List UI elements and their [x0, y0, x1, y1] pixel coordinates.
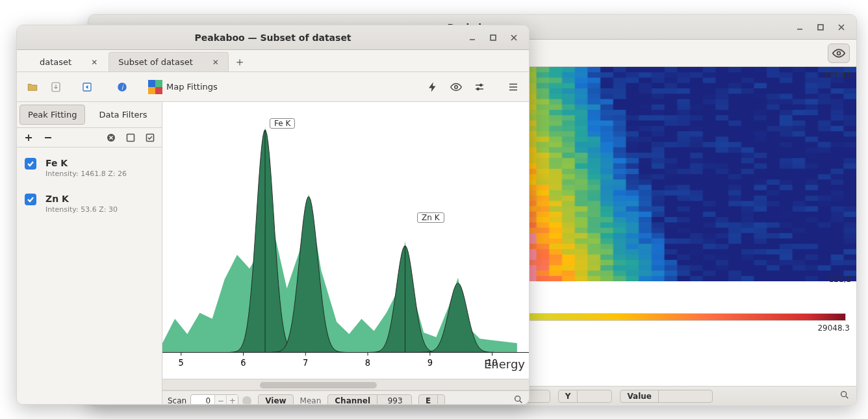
close-icon[interactable]: ✕ — [91, 58, 97, 67]
front-title: Peakaboo — Subset of dataset — [194, 32, 351, 43]
horizontal-scrollbar[interactable] — [162, 379, 529, 390]
element-meta: Intensity: 53.6 Z: 30 — [45, 205, 118, 214]
close-button[interactable] — [836, 21, 847, 33]
mean-label: Mean — [300, 396, 322, 405]
element-item-fe[interactable]: Fe K Intensity: 1461.8 Z: 26 — [23, 154, 155, 190]
element-meta: Intensity: 1461.8 Z: 26 — [45, 170, 127, 178]
export-button[interactable] — [78, 78, 96, 96]
scrollbar-thumb[interactable] — [260, 382, 377, 388]
main-toolbar: i Map Fittings — [17, 72, 529, 102]
minus-icon[interactable]: − — [214, 394, 226, 405]
svg-text:9: 9 — [428, 358, 433, 368]
energy-pill: E — [418, 394, 445, 405]
check-all-icon[interactable] — [145, 133, 155, 143]
svg-point-13 — [480, 84, 482, 86]
status-y: Y — [558, 390, 613, 403]
front-status-bar: Scan 0 − + View Mean Channel 993 — [162, 390, 529, 404]
channel-pill: Channel 993 — [327, 394, 412, 405]
peak-label-fe: Fe K — [270, 118, 295, 129]
open-file-button[interactable] — [23, 78, 42, 96]
map-bottom-corner: 121,1 — [829, 275, 851, 284]
checkbox-checked-icon[interactable] — [25, 194, 36, 205]
status-dot-icon — [242, 396, 251, 405]
svg-rect-8 — [148, 80, 155, 87]
scan-spinner[interactable]: 0 − + — [190, 394, 238, 405]
clear-icon[interactable] — [106, 133, 116, 143]
svg-rect-9 — [155, 80, 162, 87]
peak-label-zn: Zn K — [417, 212, 444, 223]
svg-rect-16 — [127, 134, 134, 141]
bolt-icon[interactable] — [424, 78, 442, 96]
svg-text:8: 8 — [365, 358, 370, 368]
svg-rect-10 — [148, 87, 155, 94]
checkbox-checked-icon[interactable] — [25, 158, 36, 170]
minimize-button[interactable] — [466, 32, 478, 44]
search-icon[interactable] — [839, 390, 850, 402]
view-mode-pill[interactable]: View — [258, 394, 293, 405]
tab-bar: dataset ✕ Subset of dataset ✕ ＋ — [17, 50, 529, 72]
map-top-corner: 121,41 — [824, 71, 851, 80]
x-axis-label: Energy — [484, 357, 525, 371]
svg-point-2 — [841, 392, 847, 397]
element-item-zn[interactable]: Zn K Intensity: 53.6 Z: 30 — [23, 190, 155, 225]
add-element-button[interactable] — [23, 133, 34, 143]
svg-point-1 — [837, 51, 841, 55]
front-titlebar[interactable]: Peakaboo — Subset of dataset — [17, 25, 529, 50]
element-list: Fe K Intensity: 1461.8 Z: 26 Zn K Intens… — [17, 147, 162, 232]
element-name: Zn K — [45, 194, 118, 204]
status-value: Value — [620, 390, 713, 403]
colorbar-max: 29048.3 — [817, 324, 850, 333]
tab-subset[interactable]: Subset of dataset ✕ — [108, 52, 229, 71]
svg-text:5: 5 — [179, 358, 184, 368]
svg-point-12 — [455, 85, 458, 88]
save-button[interactable] — [47, 78, 65, 96]
sliders-icon[interactable] — [470, 78, 489, 96]
eye-icon[interactable] — [447, 78, 465, 96]
element-name: Fe K — [45, 158, 127, 168]
spectrum-plot[interactable]: 5678910 Fe K Zn K Energy — [162, 102, 529, 379]
remove-element-button[interactable] — [43, 133, 53, 143]
svg-text:6: 6 — [240, 358, 246, 368]
svg-rect-0 — [818, 25, 823, 30]
svg-point-14 — [477, 88, 479, 90]
add-tab-button[interactable]: ＋ — [230, 52, 249, 71]
plus-icon[interactable]: + — [226, 394, 238, 405]
sidebar: Peak Fitting Data Filters Fe K Intensity — [17, 102, 162, 404]
subset-window: Peakaboo — Subset of dataset dataset ✕ S… — [16, 25, 530, 405]
svg-point-33 — [515, 396, 520, 401]
close-button[interactable] — [508, 32, 520, 44]
uncheck-all-icon[interactable] — [125, 133, 136, 143]
tab-peak-fitting[interactable]: Peak Fitting — [19, 105, 85, 125]
maximize-button[interactable] — [815, 21, 826, 33]
close-icon[interactable]: ✕ — [212, 58, 219, 67]
svg-text:7: 7 — [303, 358, 308, 368]
search-icon[interactable] — [513, 394, 524, 404]
view-toggle-button[interactable] — [828, 44, 850, 63]
maximize-button[interactable] — [487, 32, 499, 44]
tab-dataset[interactable]: dataset ✕ — [30, 52, 107, 71]
svg-rect-3 — [491, 35, 496, 40]
map-fittings-button[interactable]: Map Fittings — [148, 80, 218, 94]
hamburger-menu-button[interactable] — [504, 78, 522, 96]
svg-rect-11 — [155, 87, 162, 94]
info-button[interactable]: i — [113, 78, 131, 96]
minimize-button[interactable] — [794, 21, 806, 33]
tab-data-filters[interactable]: Data Filters — [90, 105, 155, 125]
scan-label: Scan — [168, 396, 186, 405]
